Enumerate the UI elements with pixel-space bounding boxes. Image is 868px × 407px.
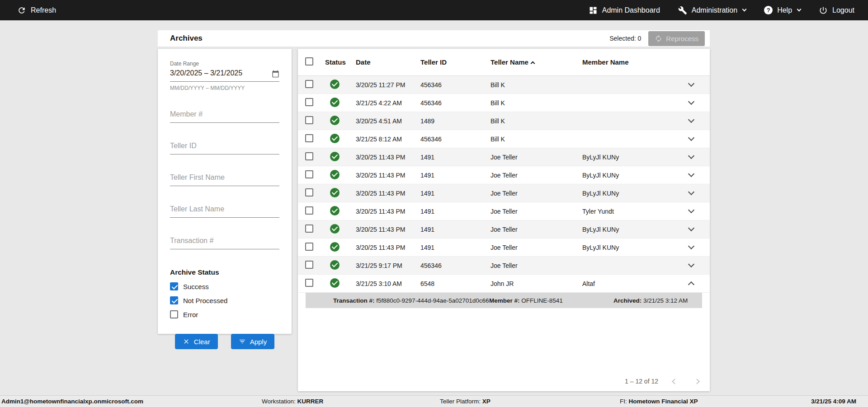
table-row[interactable]: 3/20/25 4:51 AM 1489 Bill K [298, 112, 710, 130]
row-checkbox[interactable] [305, 279, 313, 287]
table-row[interactable]: 3/21/25 3:10 AM 6548 John JR Altaf [298, 275, 710, 293]
row-checkbox[interactable] [305, 134, 313, 142]
table-row[interactable]: 3/20/25 11:43 PM 1491 Joe Teller ByLyJl … [298, 148, 710, 166]
date-range-hint: MM/DD/YYYY – MM/DD/YYYY [170, 85, 279, 91]
row-expand-icon[interactable] [688, 80, 694, 87]
checkbox-label: Success [183, 283, 209, 290]
row-expand-cell [679, 174, 703, 176]
row-checkbox[interactable] [305, 170, 313, 178]
transaction-number-input[interactable] [170, 237, 279, 245]
row-checkbox[interactable] [305, 261, 313, 269]
row-checkbox[interactable] [305, 152, 313, 160]
table-row[interactable]: 3/21/25 8:12 AM 456346 Bill K [298, 130, 710, 148]
row-member-name: ByLyJl KUNy [582, 226, 679, 233]
row-teller-id: 6548 [420, 280, 491, 287]
clear-button[interactable]: Clear [175, 334, 218, 349]
column-header-date[interactable]: Date [356, 58, 420, 66]
column-header-teller-id[interactable]: Teller ID [420, 58, 491, 66]
apply-button[interactable]: Apply [231, 334, 275, 349]
table-row[interactable]: 3/21/25 4:22 AM 456346 Bill K [298, 94, 710, 112]
row-checkbox[interactable] [305, 188, 313, 196]
column-header-status[interactable]: Status [325, 58, 356, 66]
table-row[interactable]: 3/20/25 11:43 PM 1491 Joe Teller ByLyJl … [298, 239, 710, 257]
status-filter-success[interactable]: Success [170, 282, 279, 290]
row-teller-id: 1491 [420, 226, 491, 233]
teller-id-input[interactable] [170, 142, 279, 150]
row-expand-icon[interactable] [688, 135, 694, 141]
checkbox[interactable] [170, 282, 178, 290]
success-status-icon [330, 242, 340, 252]
table-row[interactable]: 3/20/25 11:43 PM 1491 Joe Teller Tyler Y… [298, 202, 710, 220]
previous-page-button[interactable] [672, 379, 678, 384]
select-all-cell [305, 57, 325, 67]
column-header-teller-name[interactable]: Teller Name [491, 58, 582, 66]
status-filter-error[interactable]: Error [170, 310, 279, 318]
row-checkbox-cell [305, 279, 325, 288]
row-checkbox[interactable] [305, 80, 313, 88]
detail-member-label: Member #: [489, 297, 520, 304]
row-expand-icon[interactable] [688, 281, 694, 288]
row-teller-name: Bill K [491, 81, 582, 89]
row-expand-icon[interactable] [688, 189, 694, 195]
row-checkbox[interactable] [305, 116, 313, 124]
row-member-name: ByLyJl KUNy [582, 172, 679, 179]
admin-dashboard-button[interactable]: Admin Dashboard [589, 6, 660, 15]
table-row[interactable]: 3/20/25 11:43 PM 1491 Joe Teller ByLyJl … [298, 166, 710, 184]
select-all-checkbox[interactable] [305, 57, 313, 65]
success-status-icon [330, 98, 340, 107]
row-date: 3/20/25 11:43 PM [356, 208, 420, 215]
detail-member-value: OFFLINE-8541 [521, 297, 563, 304]
row-teller-id: 1491 [420, 172, 491, 179]
table-row[interactable]: 3/20/25 11:43 PM 1491 Joe Teller ByLyJl … [298, 220, 710, 239]
row-checkbox[interactable] [305, 98, 313, 106]
refresh-label: Refresh [31, 6, 56, 14]
row-expand-icon[interactable] [688, 261, 694, 267]
table-row[interactable]: 3/20/25 11:27 PM 456346 Bill K [298, 76, 710, 94]
row-date: 3/21/25 4:22 AM [356, 99, 420, 107]
teller-first-name-input[interactable] [170, 173, 279, 182]
row-expand-icon[interactable] [688, 207, 694, 213]
table-row[interactable]: 3/21/25 9:17 PM 456346 Joe Teller [298, 257, 710, 275]
row-expand-icon[interactable] [688, 225, 694, 231]
row-checkbox[interactable] [305, 225, 313, 233]
member-number-input[interactable] [170, 110, 279, 118]
row-expand-icon[interactable] [688, 243, 694, 249]
row-date: 3/20/25 11:43 PM [356, 244, 420, 251]
date-range-input[interactable] [170, 69, 279, 77]
row-teller-name: Joe Teller [491, 226, 582, 233]
column-header-member-name[interactable]: Member Name [582, 58, 679, 66]
checkbox[interactable] [170, 296, 178, 304]
row-expand-icon[interactable] [688, 98, 694, 105]
logout-button[interactable]: Logout [819, 6, 854, 15]
archives-table: Status Date Teller ID Teller Name Member… [298, 49, 710, 391]
row-teller-name: Bill K [491, 117, 582, 125]
checkbox[interactable] [170, 310, 178, 318]
row-expand-icon[interactable] [688, 153, 694, 159]
success-status-icon [330, 152, 340, 161]
administration-menu[interactable]: Administration [678, 6, 746, 15]
filter-icon [239, 338, 246, 345]
help-menu[interactable]: ? Help [764, 6, 801, 14]
row-expand-icon[interactable] [688, 171, 694, 177]
pagination: 1 – 12 of 12 [625, 378, 699, 385]
success-status-icon [330, 188, 340, 197]
calendar-icon[interactable] [272, 70, 279, 78]
status-filter-not-processed[interactable]: Not Processed [170, 296, 279, 304]
row-checkbox[interactable] [305, 206, 313, 215]
row-member-name: ByLyJl KUNy [582, 154, 679, 161]
row-checkbox[interactable] [305, 243, 313, 251]
workstation-value: KURRER [297, 398, 324, 405]
row-status-cell [325, 134, 356, 145]
reprocess-button[interactable]: Reprocess [648, 31, 705, 46]
teller-last-name-input[interactable] [170, 205, 279, 213]
row-teller-name: John JR [491, 280, 582, 287]
row-expand-icon[interactable] [688, 117, 694, 123]
bottom-status-bar: Admin1@hometownfinancialxp.onmicrosoft.c… [0, 395, 868, 407]
refresh-button[interactable]: Refresh [17, 6, 56, 15]
teller-platform-value: XP [482, 398, 491, 405]
help-label: Help [777, 6, 792, 14]
success-status-icon [330, 260, 340, 270]
next-page-button[interactable] [694, 379, 700, 384]
table-row[interactable]: 3/20/25 11:43 PM 1491 Joe Teller ByLyJl … [298, 184, 710, 202]
reprocess-label: Reprocess [666, 35, 698, 42]
